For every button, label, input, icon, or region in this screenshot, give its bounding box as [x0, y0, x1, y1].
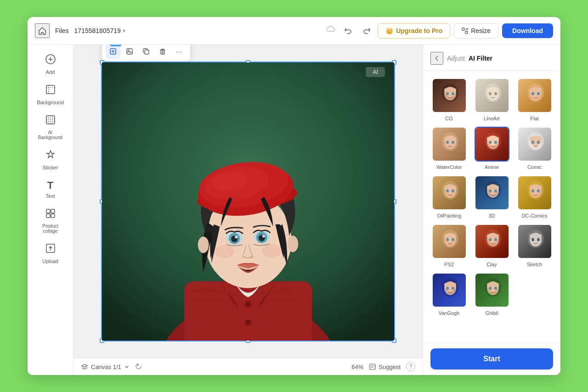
filter-item-ghibli[interactable]: Ghibli — [473, 273, 510, 316]
filter-label-flat: Flat — [530, 116, 538, 121]
toolbar-ai-wrap: New — [106, 45, 120, 59]
undo-button[interactable] — [341, 23, 356, 38]
filename-chevron: ▾ — [123, 28, 125, 34]
filter-item-sketch[interactable]: Sketch — [516, 224, 553, 267]
svg-point-42 — [245, 319, 251, 325]
sidebar-item-sticker[interactable]: Sticker — [31, 146, 70, 174]
sidebar-background-label: Background — [37, 100, 64, 105]
sidebar-item-add[interactable]: Add — [31, 50, 70, 78]
svg-rect-3 — [46, 85, 55, 94]
panel-back-button[interactable] — [430, 52, 443, 65]
sidebar-product-collage-label: Product collage — [37, 224, 64, 234]
filter-item-clay[interactable]: Clay — [473, 224, 510, 267]
filter-thumb-ghibli — [475, 273, 509, 308]
svg-point-99 — [452, 238, 454, 241]
filter-label-3d: 3D — [488, 213, 495, 218]
svg-rect-5 — [46, 209, 50, 213]
filter-item-oilpainting[interactable]: OilPainting — [430, 175, 468, 218]
header-actions: 👑 Upgrade to Pro Resize Download — [341, 23, 553, 39]
tab-adjust[interactable]: Adjust — [447, 53, 465, 64]
upload-icon — [45, 243, 56, 257]
start-button[interactable]: Start — [430, 348, 553, 370]
filter-item-dccomics[interactable]: DC-Comics — [516, 175, 553, 218]
home-button[interactable] — [35, 23, 50, 38]
sidebar-item-ai-background[interactable]: AI Background — [31, 111, 70, 144]
tab-ai-filter[interactable]: AI Filter — [469, 53, 492, 64]
filter-thumb-oilpainting — [432, 175, 467, 210]
svg-point-74 — [494, 141, 497, 144]
canvas-bottom-bar: Canvas 1/1 64% — [74, 358, 423, 375]
svg-point-58 — [489, 92, 492, 95]
filters-grid: CG LineArt Flat — [430, 78, 553, 316]
svg-point-113 — [446, 287, 449, 290]
filter-label-ps2: PS2 — [444, 262, 454, 267]
upgrade-button[interactable]: 👑 Upgrade to Pro — [378, 23, 450, 39]
layers-button[interactable]: Canvas 1/1 — [81, 363, 130, 370]
sidebar-item-text[interactable]: T Text — [31, 176, 70, 202]
filter-thumb-dccomics — [517, 175, 552, 210]
toolbar-more-button[interactable]: ··· — [172, 45, 187, 59]
svg-point-69 — [452, 141, 454, 144]
svg-rect-1 — [465, 31, 468, 34]
svg-rect-13 — [145, 50, 149, 54]
toolbar-delete-button[interactable] — [155, 45, 170, 59]
help-button[interactable]: ? — [406, 362, 415, 371]
svg-point-53 — [446, 92, 449, 95]
canvas-content[interactable]: New — [74, 45, 423, 358]
svg-point-89 — [494, 190, 497, 193]
sidebar-sticker-label: Sticker — [43, 165, 58, 170]
svg-point-118 — [489, 287, 492, 290]
filter-label-lineart: LineArt — [484, 116, 500, 121]
download-button[interactable]: Download — [502, 23, 553, 38]
svg-rect-11 — [127, 49, 132, 54]
filter-item-comic[interactable]: Comic — [516, 127, 553, 170]
refresh-icon[interactable] — [135, 363, 142, 371]
svg-point-83 — [446, 190, 449, 193]
filter-thumb-sketch — [517, 224, 552, 259]
sidebar: Add Background AI Backgr — [28, 45, 74, 375]
suggest-button[interactable]: Suggest — [369, 363, 401, 370]
filter-item-vangogh[interactable]: VanGogh — [430, 273, 468, 316]
svg-point-78 — [531, 141, 534, 144]
svg-rect-14 — [161, 50, 164, 54]
filter-label-oilpainting: OilPainting — [437, 213, 461, 218]
svg-rect-0 — [462, 28, 464, 30]
filter-item-ps2[interactable]: PS2 — [430, 224, 468, 267]
cloud-sync-icon[interactable] — [326, 25, 335, 36]
toolbar-ai-button[interactable]: New — [106, 45, 120, 59]
canvas-layers-label: Canvas 1/1 — [91, 364, 121, 370]
filter-label-comic: Comic — [527, 164, 542, 170]
canvas-image: AI insMind.com — [102, 62, 394, 341]
filter-item-watercolor[interactable]: WaterColor — [430, 127, 468, 170]
sidebar-item-product-collage[interactable]: Product collage — [31, 204, 70, 237]
toolbar-copy-button[interactable] — [139, 45, 153, 59]
filter-item-anime[interactable]: Anime — [473, 127, 510, 170]
svg-point-63 — [531, 92, 534, 95]
body: Add Background AI Backgr — [28, 45, 560, 375]
sidebar-item-background[interactable]: Background — [31, 80, 70, 109]
resize-button[interactable]: Resize — [454, 23, 498, 39]
sidebar-add-label: Add — [46, 69, 55, 75]
canvas-image-wrapper[interactable]: New — [101, 62, 395, 342]
svg-point-108 — [531, 238, 534, 241]
resize-label: Resize — [471, 27, 491, 34]
redo-button[interactable] — [359, 23, 374, 38]
filter-item-flat[interactable]: Flat — [516, 78, 553, 121]
filename-display[interactable]: 1715581805719 ▾ — [74, 27, 125, 34]
files-nav[interactable]: Files — [55, 27, 69, 34]
filter-thumb-ps2 — [432, 224, 467, 259]
svg-point-119 — [494, 287, 497, 290]
filter-thumb-flat — [517, 78, 552, 113]
filter-item-3d[interactable]: 3D — [473, 175, 510, 218]
filter-label-vangogh: VanGogh — [439, 310, 460, 316]
filter-item-lineart[interactable]: LineArt — [473, 78, 510, 121]
add-icon — [45, 54, 56, 67]
sidebar-upload-label: Upload — [42, 258, 58, 264]
sidebar-item-upload[interactable]: Upload — [31, 239, 70, 268]
toolbar-image-button[interactable] — [122, 45, 137, 59]
svg-point-12 — [128, 50, 130, 51]
svg-point-104 — [494, 238, 497, 241]
svg-rect-6 — [51, 209, 55, 213]
filter-item-cg[interactable]: CG — [430, 78, 468, 121]
sidebar-text-label: Text — [45, 193, 55, 199]
